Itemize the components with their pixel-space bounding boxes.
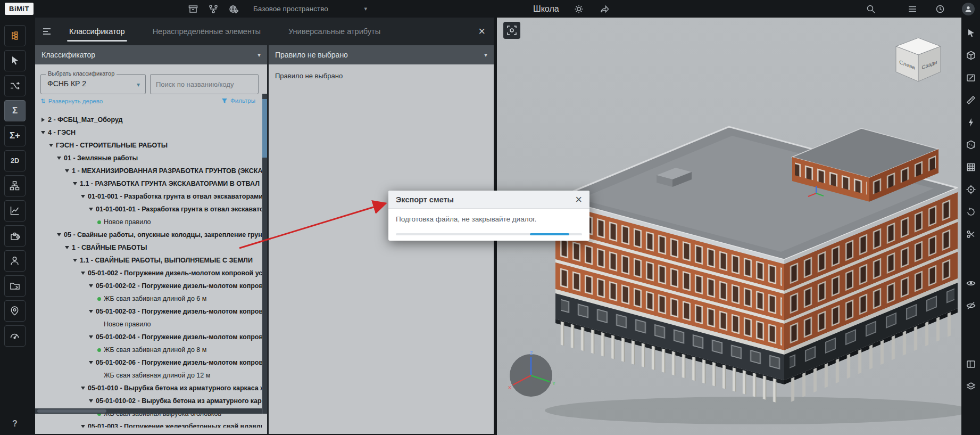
tree-toggle-icon[interactable] — [39, 131, 47, 134]
nav-diagram[interactable] — [4, 175, 26, 196]
tree-toggle-icon[interactable] — [55, 233, 63, 236]
section-box-button[interactable] — [964, 138, 978, 152]
tree-item[interactable]: 05-01-003 - Погружение железобетонных св… — [35, 420, 262, 428]
help-button[interactable]: ? — [0, 419, 30, 429]
tree-item[interactable]: ГЭСН - СТРОИТЕЛЬНЫЕ РАБОТЫ — [35, 139, 262, 152]
nav-user-location[interactable] — [4, 300, 26, 322]
nav-users[interactable] — [4, 250, 26, 272]
nav-select-tool[interactable] — [4, 50, 26, 71]
grid-plan-button[interactable] — [964, 160, 978, 174]
tree-toggle-icon[interactable] — [87, 361, 95, 364]
tree-item[interactable]: 01-01-001 - Разработка грунта в отвал эк… — [35, 190, 262, 203]
tree-toggle-icon[interactable] — [71, 182, 79, 185]
tree-item[interactable]: 2 - ФСБЦ_Мат_Оборуд — [35, 113, 262, 126]
workspace-selector[interactable]: Базовое пространство ▾ — [253, 5, 367, 13]
tab-classifier[interactable]: Классификатор — [55, 18, 139, 45]
tree-item[interactable]: 4 - ГЭСН — [35, 126, 262, 139]
profile-avatar[interactable] — [962, 3, 975, 15]
tree-vertical-scrollbar[interactable] — [262, 94, 267, 414]
tree-toggle-icon[interactable] — [79, 425, 87, 428]
orbit-rotate-button[interactable] — [964, 205, 978, 219]
markup-tool-button[interactable] — [964, 71, 978, 85]
tree-toggle-icon[interactable] — [79, 195, 87, 198]
tree-item[interactable]: 05 - Свайные работы, опускные колодцы, з… — [35, 228, 262, 241]
tree-toggle-icon[interactable] — [79, 387, 87, 390]
tree-toggle-icon[interactable] — [87, 208, 95, 211]
tree-item[interactable]: 1.1 - РАЗРАБОТКА ГРУНТА ЭКСКАВАТОРАМИ В … — [35, 177, 262, 190]
tree-item[interactable]: 1.1 - СВАЙНЫЕ РАБОТЫ, ВЫПОЛНЯЕМЫЕ С ЗЕМЛ… — [35, 254, 262, 267]
nav-2d-view[interactable]: 2D — [4, 150, 26, 171]
tree-toggle-icon[interactable] — [39, 118, 47, 122]
tree-item[interactable]: 01 - Земляные работы — [35, 152, 262, 165]
tree-toggle-icon[interactable] — [87, 310, 95, 313]
tree-toggle-icon[interactable] — [71, 259, 79, 262]
rule-header-dropdown[interactable]: Правило не выбрано ▾ — [269, 45, 494, 64]
nav-estimates-add[interactable]: Σ+ — [4, 125, 26, 146]
tree-item[interactable]: ЖБ свая забивная длиной до 8 м — [35, 343, 262, 356]
tree-item[interactable]: Новое правило — [35, 216, 262, 228]
tree-item[interactable]: 05-01-002-06 - Погружение дизель-молотом… — [35, 356, 262, 369]
archive-box-icon[interactable] — [187, 3, 199, 15]
nav-estimates-sigma[interactable]: Σ — [4, 100, 26, 121]
tree-item[interactable]: 05-01-002-02 - Погружение дизель-молотом… — [35, 280, 262, 292]
section-cut-button[interactable] — [964, 227, 978, 241]
quick-measure-button[interactable] — [964, 116, 978, 129]
tree-item[interactable]: ЖБ свая забивная длиной до 6 м — [35, 292, 262, 305]
tree-toggle-icon[interactable] — [63, 246, 71, 249]
nav-export-folder[interactable] — [4, 275, 26, 297]
menu-list-icon[interactable] — [907, 3, 918, 15]
filters-link[interactable]: Фильтры — [221, 97, 255, 104]
nav-charts[interactable] — [4, 200, 26, 221]
tree-item[interactable]: 05-01-002 - Погружение дизель-молотом ко… — [35, 267, 262, 280]
search-icon[interactable] — [865, 3, 877, 15]
nav-links-shuffle[interactable] — [4, 75, 26, 96]
nav-plugins-puzzle[interactable] — [4, 225, 26, 247]
panel-menu-icon[interactable] — [39, 28, 55, 35]
focus-model-button[interactable] — [503, 22, 520, 39]
measure-ruler-button[interactable] — [964, 93, 978, 107]
classifier-header-dropdown[interactable]: Классификатор ▾ — [35, 45, 267, 64]
share-icon[interactable] — [599, 3, 610, 15]
dialog-close-icon[interactable]: × — [575, 194, 582, 206]
tree-item[interactable]: 05-01-010-02 - Вырубка бетона из арматур… — [35, 395, 262, 407]
classifier-select[interactable]: Выбрать классификатор ФСНБ КР 2 ▾ — [40, 74, 146, 94]
tab-unassigned-elements[interactable]: Нераспределённые элементы — [139, 18, 275, 45]
nav-model-structure[interactable] — [4, 25, 26, 46]
history-clock-icon[interactable] — [934, 3, 946, 15]
expand-tree-link[interactable]: ⇅ Развернуть дерево — [40, 97, 103, 105]
app-logo[interactable]: BiMiT — [5, 3, 34, 15]
tree-toggle-icon[interactable] — [87, 399, 95, 403]
layers-button[interactable] — [964, 380, 978, 393]
tree-item[interactable]: 1 - СВАЙНЫЕ РАБОТЫ — [35, 241, 262, 254]
model-cube-button[interactable] — [964, 48, 978, 62]
scrollbar-thumb[interactable] — [262, 99, 267, 158]
tree-toggle-icon[interactable] — [87, 335, 95, 339]
tree-item[interactable]: 05-01-010 - Вырубка бетона из арматурног… — [35, 382, 262, 395]
side-panel-button[interactable] — [964, 357, 978, 371]
scrollbar-thumb[interactable] — [37, 409, 106, 413]
tree-toggle-icon[interactable] — [47, 144, 55, 147]
show-elements-button[interactable] — [964, 276, 978, 290]
tree-horizontal-scrollbar[interactable] — [35, 408, 262, 414]
tree-toggle-icon[interactable] — [87, 284, 95, 288]
tree-toggle-icon[interactable] — [63, 169, 71, 173]
target-focus-button[interactable] — [964, 183, 978, 196]
tree-toggle-icon[interactable] — [79, 272, 87, 275]
tree-item[interactable]: 05-01-002-03 - Погружение дизель-молотом… — [35, 305, 262, 318]
globe-edit-icon[interactable] — [228, 3, 239, 15]
version-tree-icon[interactable] — [207, 3, 219, 15]
axis-gizmo[interactable]: Z X Y — [504, 347, 558, 400]
gear-icon[interactable] — [573, 3, 585, 15]
tree-item[interactable]: 01-01-001-01 - Разработка грунта в отвал… — [35, 203, 262, 216]
search-input[interactable] — [151, 75, 258, 94]
view-cube[interactable]: Слева Сзади — [893, 36, 944, 85]
tree-item[interactable]: 05-01-002-04 - Погружение дизель-молотом… — [35, 331, 262, 343]
close-panel-icon[interactable]: × — [478, 26, 485, 37]
tree-toggle-icon[interactable] — [55, 157, 63, 160]
nav-dashboard-gauge[interactable] — [4, 325, 26, 347]
tree-item[interactable]: Новое правило — [35, 318, 262, 331]
select-tool-button[interactable] — [964, 26, 978, 40]
tree-item[interactable]: 1 - МЕХАНИЗИРОВАННАЯ РАЗРАБОТКА ГРУНТОВ … — [35, 165, 262, 177]
tab-universal-attributes[interactable]: Универсальные атрибуты — [275, 18, 394, 45]
tree-item[interactable]: ЖБ свая забивная длиной до 12 м — [35, 369, 262, 382]
